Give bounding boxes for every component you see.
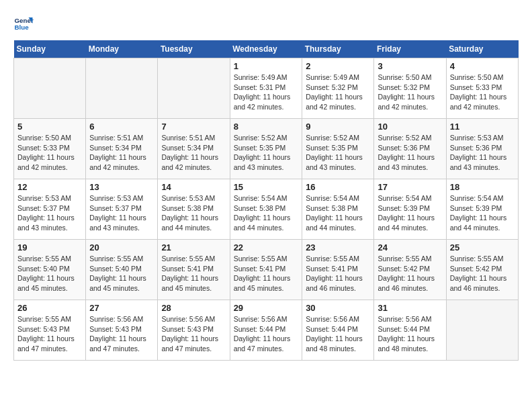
day-cell-5: 5Sunrise: 5:50 AMSunset: 5:33 PMDaylight…: [14, 119, 86, 179]
day-number: 21: [161, 242, 226, 253]
day-cell-18: 18Sunrise: 5:54 AMSunset: 5:39 PMDayligh…: [446, 179, 518, 240]
day-info: Sunrise: 5:50 AMSunset: 5:32 PMDaylight:…: [378, 73, 442, 112]
day-number: 17: [378, 182, 442, 192]
page-header: General Blue: [13, 13, 519, 34]
day-info: Sunrise: 5:55 AMSunset: 5:41 PMDaylight:…: [234, 254, 299, 293]
day-number: 1: [234, 61, 299, 71]
empty-cell: [158, 58, 230, 119]
day-number: 2: [306, 61, 370, 71]
day-number: 20: [89, 242, 154, 253]
day-number: 7: [161, 122, 226, 132]
day-info: Sunrise: 5:55 AMSunset: 5:42 PMDaylight:…: [450, 254, 515, 293]
day-info: Sunrise: 5:55 AMSunset: 5:43 PMDaylight:…: [17, 314, 82, 354]
day-info: Sunrise: 5:56 AMSunset: 5:44 PMDaylight:…: [378, 314, 442, 354]
day-info: Sunrise: 5:55 AMSunset: 5:40 PMDaylight:…: [17, 254, 82, 293]
day-number: 5: [17, 122, 82, 132]
day-number: 4: [450, 61, 515, 71]
day-info: Sunrise: 5:54 AMSunset: 5:39 PMDaylight:…: [378, 193, 442, 233]
day-number: 16: [306, 182, 370, 192]
empty-cell: [446, 300, 518, 361]
day-cell-31: 31Sunrise: 5:56 AMSunset: 5:44 PMDayligh…: [374, 300, 446, 361]
day-cell-15: 15Sunrise: 5:54 AMSunset: 5:38 PMDayligh…: [230, 179, 302, 240]
day-info: Sunrise: 5:52 AMSunset: 5:35 PMDaylight:…: [234, 133, 299, 173]
logo: General Blue: [13, 13, 34, 34]
calendar-week-5: 26Sunrise: 5:55 AMSunset: 5:43 PMDayligh…: [14, 300, 519, 361]
day-header-wednesday: Wednesday: [230, 40, 302, 58]
empty-cell: [86, 58, 158, 119]
day-number: 26: [17, 303, 82, 313]
calendar-week-4: 19Sunrise: 5:55 AMSunset: 5:40 PMDayligh…: [14, 240, 519, 300]
day-cell-12: 12Sunrise: 5:53 AMSunset: 5:37 PMDayligh…: [14, 179, 86, 240]
day-cell-17: 17Sunrise: 5:54 AMSunset: 5:39 PMDayligh…: [374, 179, 446, 240]
day-cell-11: 11Sunrise: 5:53 AMSunset: 5:36 PMDayligh…: [446, 119, 518, 179]
calendar-week-2: 5Sunrise: 5:50 AMSunset: 5:33 PMDaylight…: [14, 119, 519, 179]
day-number: 30: [306, 303, 370, 313]
day-cell-22: 22Sunrise: 5:55 AMSunset: 5:41 PMDayligh…: [230, 240, 302, 300]
day-number: 8: [234, 122, 299, 132]
day-info: Sunrise: 5:55 AMSunset: 5:42 PMDaylight:…: [378, 254, 442, 293]
day-cell-13: 13Sunrise: 5:53 AMSunset: 5:37 PMDayligh…: [86, 179, 158, 240]
day-cell-2: 2Sunrise: 5:49 AMSunset: 5:32 PMDaylight…: [302, 58, 374, 119]
day-cell-4: 4Sunrise: 5:50 AMSunset: 5:33 PMDaylight…: [446, 58, 518, 119]
day-number: 22: [234, 242, 299, 253]
day-info: Sunrise: 5:52 AMSunset: 5:36 PMDaylight:…: [378, 133, 442, 173]
day-number: 24: [378, 242, 442, 253]
day-number: 9: [306, 122, 370, 132]
day-info: Sunrise: 5:51 AMSunset: 5:34 PMDaylight:…: [89, 133, 154, 173]
day-header-saturday: Saturday: [446, 40, 518, 58]
day-number: 23: [306, 242, 370, 253]
day-cell-7: 7Sunrise: 5:51 AMSunset: 5:34 PMDaylight…: [158, 119, 230, 179]
day-info: Sunrise: 5:56 AMSunset: 5:43 PMDaylight:…: [89, 314, 154, 354]
day-cell-3: 3Sunrise: 5:50 AMSunset: 5:32 PMDaylight…: [374, 58, 446, 119]
day-number: 29: [234, 303, 299, 313]
day-number: 28: [161, 303, 226, 313]
day-info: Sunrise: 5:52 AMSunset: 5:35 PMDaylight:…: [306, 133, 370, 173]
day-info: Sunrise: 5:49 AMSunset: 5:31 PMDaylight:…: [234, 73, 299, 112]
day-number: 27: [89, 303, 154, 313]
day-info: Sunrise: 5:56 AMSunset: 5:44 PMDaylight:…: [306, 314, 370, 354]
day-number: 14: [161, 182, 226, 192]
day-header-monday: Monday: [86, 40, 158, 58]
day-info: Sunrise: 5:49 AMSunset: 5:32 PMDaylight:…: [306, 73, 370, 112]
day-info: Sunrise: 5:55 AMSunset: 5:40 PMDaylight:…: [89, 254, 154, 293]
day-info: Sunrise: 5:50 AMSunset: 5:33 PMDaylight:…: [450, 73, 515, 112]
day-info: Sunrise: 5:53 AMSunset: 5:36 PMDaylight:…: [450, 133, 515, 173]
day-cell-9: 9Sunrise: 5:52 AMSunset: 5:35 PMDaylight…: [302, 119, 374, 179]
day-info: Sunrise: 5:55 AMSunset: 5:41 PMDaylight:…: [161, 254, 226, 293]
day-cell-26: 26Sunrise: 5:55 AMSunset: 5:43 PMDayligh…: [14, 300, 86, 361]
day-info: Sunrise: 5:53 AMSunset: 5:38 PMDaylight:…: [161, 193, 226, 233]
day-info: Sunrise: 5:50 AMSunset: 5:33 PMDaylight:…: [17, 133, 82, 173]
day-number: 18: [450, 182, 515, 192]
day-info: Sunrise: 5:54 AMSunset: 5:38 PMDaylight:…: [306, 193, 370, 233]
day-cell-14: 14Sunrise: 5:53 AMSunset: 5:38 PMDayligh…: [158, 179, 230, 240]
day-number: 15: [234, 182, 299, 192]
day-cell-10: 10Sunrise: 5:52 AMSunset: 5:36 PMDayligh…: [374, 119, 446, 179]
day-cell-28: 28Sunrise: 5:56 AMSunset: 5:43 PMDayligh…: [158, 300, 230, 361]
day-info: Sunrise: 5:53 AMSunset: 5:37 PMDaylight:…: [89, 193, 154, 233]
day-number: 10: [378, 122, 442, 132]
day-cell-8: 8Sunrise: 5:52 AMSunset: 5:35 PMDaylight…: [230, 119, 302, 179]
day-number: 31: [378, 303, 442, 313]
day-cell-1: 1Sunrise: 5:49 AMSunset: 5:31 PMDaylight…: [230, 58, 302, 119]
day-number: 13: [89, 182, 154, 192]
day-info: Sunrise: 5:56 AMSunset: 5:43 PMDaylight:…: [161, 314, 226, 354]
calendar-week-3: 12Sunrise: 5:53 AMSunset: 5:37 PMDayligh…: [14, 179, 519, 240]
day-cell-30: 30Sunrise: 5:56 AMSunset: 5:44 PMDayligh…: [302, 300, 374, 361]
day-number: 6: [89, 122, 154, 132]
day-cell-19: 19Sunrise: 5:55 AMSunset: 5:40 PMDayligh…: [14, 240, 86, 300]
empty-cell: [14, 58, 86, 119]
day-cell-6: 6Sunrise: 5:51 AMSunset: 5:34 PMDaylight…: [86, 119, 158, 179]
calendar-table: SundayMondayTuesdayWednesdayThursdayFrid…: [13, 40, 519, 361]
day-header-tuesday: Tuesday: [158, 40, 230, 58]
day-cell-23: 23Sunrise: 5:55 AMSunset: 5:41 PMDayligh…: [302, 240, 374, 300]
day-info: Sunrise: 5:51 AMSunset: 5:34 PMDaylight:…: [161, 133, 226, 173]
day-number: 11: [450, 122, 515, 132]
day-header-thursday: Thursday: [302, 40, 374, 58]
day-info: Sunrise: 5:53 AMSunset: 5:37 PMDaylight:…: [17, 193, 82, 233]
day-cell-25: 25Sunrise: 5:55 AMSunset: 5:42 PMDayligh…: [446, 240, 518, 300]
day-header-friday: Friday: [374, 40, 446, 58]
day-number: 3: [378, 61, 442, 71]
day-info: Sunrise: 5:54 AMSunset: 5:38 PMDaylight:…: [234, 193, 299, 233]
day-header-sunday: Sunday: [14, 40, 86, 58]
header-row: SundayMondayTuesdayWednesdayThursdayFrid…: [14, 40, 519, 58]
